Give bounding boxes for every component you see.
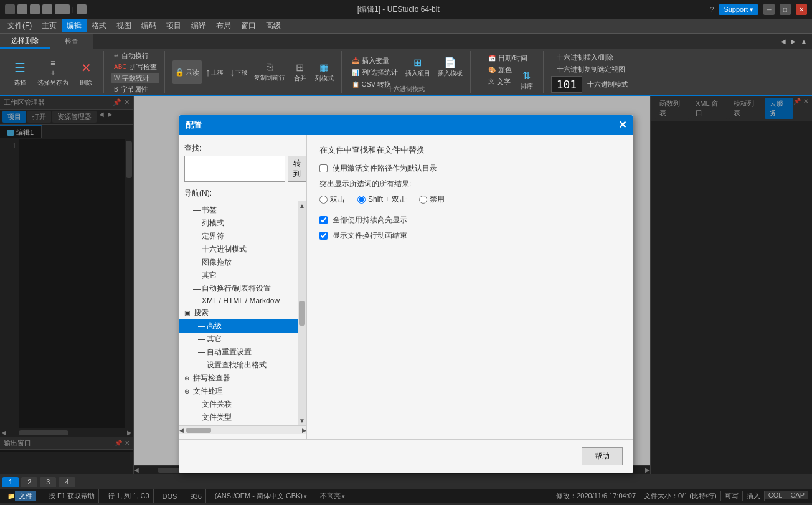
help-icon[interactable]: ? (710, 6, 714, 13)
tree-section-search[interactable]: ▣ 搜索 (179, 306, 306, 319)
activate-path-checkbox[interactable] (319, 164, 328, 172)
tree-item-filetype[interactable]: — 文件类型 (179, 411, 306, 424)
tree-item-delimiter[interactable]: — 定界符 (179, 230, 306, 243)
toolbar-icon5[interactable] (77, 4, 87, 14)
menu-edit[interactable]: 编辑 (62, 19, 87, 32)
ribbon-btn-column-mode[interactable]: ▦ 列模式 (313, 60, 336, 84)
toolbar-icon2[interactable] (30, 4, 40, 14)
dialog-titlebar: 配置 ✕ (179, 115, 633, 135)
file-icon: 📁 (7, 493, 15, 499)
maximize-button[interactable]: □ (780, 4, 791, 15)
menu-view[interactable]: 视图 (111, 19, 136, 32)
dialog-tree-hscroll[interactable]: ◀ ▶ (179, 425, 306, 434)
radio-disable-input[interactable] (419, 196, 427, 204)
close-button[interactable]: ✕ (796, 4, 807, 15)
tree-hscroll-right[interactable]: ▶ (302, 427, 306, 433)
tree-item-other2[interactable]: — 其它 (179, 333, 306, 346)
ribbon-tabs: 选择删除 检查 ◀ ▶ ▲ (0, 34, 812, 49)
tree-vscrollbar[interactable]: ▲ ▼ (298, 201, 306, 425)
ribbon-btn-autowrap[interactable]: ↵ 自动换行 (111, 50, 159, 61)
support-button[interactable]: Support ▾ (719, 4, 758, 15)
tree-scroll-up[interactable]: ▲ (298, 201, 306, 210)
radio-shift-double-click: Shift + 双击 (357, 194, 407, 205)
tree-item-icon: — (193, 258, 201, 267)
ribbon-btn-up[interactable]: ↑ 上移 (203, 60, 226, 84)
tree-item-auto-reset[interactable]: — 自动重置设置 (179, 346, 306, 359)
dialog-search-input[interactable] (184, 156, 285, 182)
ribbon-btn-save-as[interactable]: ≡+ 选择另存为 (35, 57, 71, 88)
bottom-tab-3[interactable]: 3 (40, 477, 56, 487)
ribbon-collapse-icon[interactable]: ▲ (801, 38, 807, 45)
menu-format[interactable]: 格式 (87, 19, 111, 32)
highlight-dropdown-icon[interactable]: ▾ (342, 493, 345, 499)
toolbar-icon1[interactable] (17, 4, 27, 14)
tree-item-xml-html[interactable]: — XML / HTML / Markdow (179, 295, 306, 306)
dialog-goto-button[interactable]: 转到 (288, 156, 306, 182)
show-animation-checkbox[interactable] (319, 232, 328, 240)
statusbar: 📁 文件 按 F1 获取帮助 行 1, 列 1, C0 DOS 936 (ANS… (0, 489, 812, 503)
ribbon-btn-wordcount[interactable]: W 字数统计 (111, 73, 159, 83)
tree-hscroll-thumb[interactable] (186, 428, 211, 433)
tree-item-advanced[interactable]: — 高级 (179, 319, 306, 333)
menu-file[interactable]: 文件(F) (2, 19, 37, 32)
tree-scroll-down[interactable]: ▼ (298, 416, 306, 425)
tree-item-icon: — (198, 335, 205, 344)
bottom-tab-4[interactable]: 4 (59, 477, 75, 487)
tree-item-bookmark[interactable]: — 书签 (179, 204, 306, 217)
tree-item-fileassoc[interactable]: — 文件关联 (179, 398, 306, 411)
tree-item-search-output[interactable]: — 设置查找输出格式 (179, 359, 306, 372)
tree-item-column-mode[interactable]: — 列模式 (179, 217, 306, 230)
status-col: COL (765, 491, 787, 499)
ribbon-btn-select[interactable]: ☰ 选择 (7, 57, 32, 88)
bottom-tab-1[interactable]: 1 (2, 477, 19, 487)
tree-section-editor-display[interactable]: ⊕ 编辑器显示 (179, 424, 306, 425)
ribbon-btn-readonly[interactable]: 🔒 只读 (172, 60, 202, 84)
tree-item-hex-mode[interactable]: — 十六进制模式 (179, 243, 306, 256)
encoding-dropdown-icon[interactable]: ▾ (304, 493, 307, 499)
activate-path-label: 使用激活文件路径作为默认目录 (333, 163, 437, 174)
ribbon-nav-icon2[interactable]: ▶ (791, 38, 796, 45)
ribbon-btn-spell[interactable]: ABC 拼写检查 (111, 62, 159, 72)
toolbar-icon3[interactable] (42, 4, 52, 14)
persistent-highlight-checkbox[interactable] (319, 216, 328, 224)
tree-scroll-thumb[interactable] (299, 301, 305, 326)
radio-double-click-input[interactable] (319, 196, 328, 204)
tree-item-other1[interactable]: — 其它 (179, 269, 306, 282)
ribbon-btn-hex-insert[interactable]: 十六进制插入/删除 (554, 52, 628, 63)
menu-project[interactable]: 项目 (161, 19, 186, 32)
tree-section-spellcheck[interactable]: ⊕ 拼写检查器 (179, 372, 306, 385)
ribbon-btn-down[interactable]: ↓ 下移 (227, 60, 250, 84)
menu-advanced[interactable]: 高级 (261, 19, 286, 32)
radio-shift-double-click-input[interactable] (357, 196, 366, 204)
ribbon-nav-icon[interactable]: ◀ (781, 38, 786, 45)
ribbon-btn-col-stats[interactable]: 📊 列/选择统计 (349, 67, 400, 78)
ribbon-btn-delete[interactable]: ✕ 删除 (73, 57, 98, 88)
tree-item-image-drag[interactable]: — 图像拖放 (179, 256, 306, 269)
tree-item-icon: — (198, 348, 205, 357)
dialog-close-button[interactable]: ✕ (618, 119, 626, 131)
status-highlight: 不高亮 ▾ (316, 489, 349, 503)
status-f1: 按 F1 获取帮助 (45, 489, 99, 503)
ribbon-btn-insert-var[interactable]: 📥 插入变量 (349, 55, 400, 66)
menu-compile[interactable]: 编译 (186, 19, 211, 32)
ribbon-btn-merge[interactable]: ⊞ 合并 (289, 60, 311, 84)
menu-layout[interactable]: 布局 (211, 19, 236, 32)
ribbon-btn-copy-before[interactable]: ⎘ 复制到前行 (252, 60, 288, 84)
titlebar: | [编辑1] - UEStudio 64-bit ? Support ▾ ─ … (0, 0, 812, 19)
tree-item-autowrap-settings[interactable]: — 自动换行/制表符设置 (179, 282, 306, 295)
ribbon-btn-hex-copy[interactable]: 十六进制复制选定视图 (554, 64, 628, 75)
minimize-button[interactable]: ─ (763, 4, 775, 15)
bottom-tab-2[interactable]: 2 (21, 477, 37, 487)
toolbar-icon4[interactable] (55, 4, 70, 14)
dialog-help-button[interactable]: 帮助 (582, 447, 623, 465)
ribbon-btn-datetime[interactable]: 📅 日期/时间 (486, 53, 530, 64)
tree-hscroll-left[interactable]: ◀ (179, 427, 184, 433)
ribbon-tab-check: 检查 (50, 34, 93, 49)
menu-encode[interactable]: 编码 (136, 19, 161, 32)
menu-home[interactable]: 主页 (37, 19, 62, 32)
tree-item-icon: — (193, 232, 201, 241)
tree-section-fileprocess[interactable]: ⊕ 文件处理 (179, 385, 306, 398)
file-button[interactable]: 文件 (15, 491, 36, 501)
menu-window[interactable]: 窗口 (236, 19, 261, 32)
status-encoding-code: 936 (186, 489, 205, 503)
